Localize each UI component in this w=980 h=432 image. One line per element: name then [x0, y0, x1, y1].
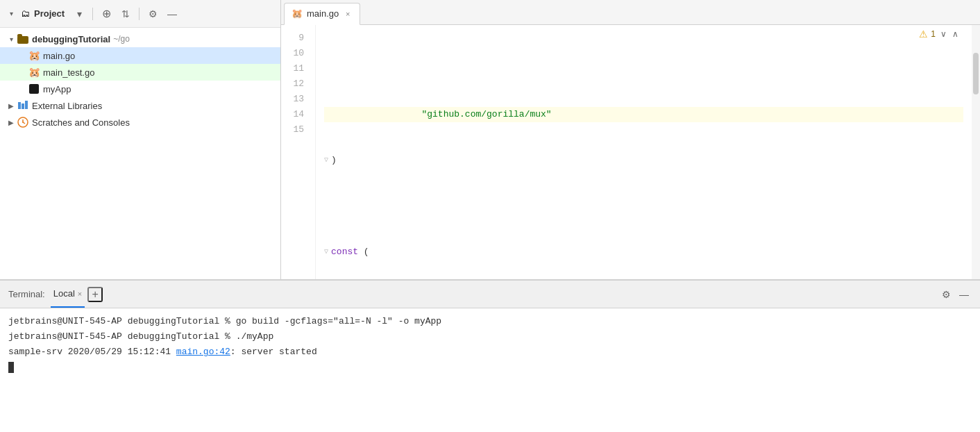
terminal-line-3-suffix: : server started [230, 347, 317, 357]
terminal-add-tab-button[interactable]: + [87, 287, 103, 302]
scrollbar-thumb[interactable] [973, 53, 979, 94]
sidebar-title: Project [34, 8, 65, 19]
code-line-10: "github.com/gorilla/mux" [324, 107, 963, 122]
terminal-link-main-go[interactable]: main.go:42 [176, 347, 230, 357]
file-tree: ▾ debuggingTutorial ~/go 🐹 main.go [0, 28, 280, 279]
import-string: "github.com/gorilla/mux" [421, 107, 551, 122]
project-icon: 🗂 [21, 8, 30, 19]
terminal-tabs-bar: Terminal: Local × + ⚙ — [0, 281, 980, 308]
line-num-13: 13 [281, 92, 310, 107]
warning-icon: ⚠ [919, 28, 928, 40]
ext-libs-arrow: ▶ [6, 102, 17, 110]
code-line-12 [324, 199, 963, 214]
line-num-9: 9 [281, 31, 310, 46]
scratches-arrow: ▶ [6, 119, 17, 126]
main-test-go-icon: 🐹 [28, 66, 40, 78]
tab-close-button[interactable]: × [343, 9, 353, 19]
terminal-label: Terminal: [8, 289, 45, 299]
svg-rect-2 [18, 102, 21, 109]
svg-rect-4 [25, 101, 28, 109]
minimize-sidebar-button[interactable]: — [164, 6, 180, 22]
warning-nav-arrows: ∨ ∧ [938, 28, 961, 40]
terminal-tab-local[interactable]: Local × [51, 281, 85, 308]
svg-rect-3 [22, 103, 24, 109]
add-root-button[interactable]: ⊕ [99, 6, 114, 22]
code-line-13: ▽const ( [324, 244, 963, 260]
terminal-line-3: sample-srv 2020/05/29 15:12:41 main.go:4… [8, 344, 972, 360]
ext-libs-label: External Libraries [32, 101, 102, 111]
fold-icon-11[interactable]: ▽ [324, 153, 328, 168]
terminal-line-4 [8, 360, 972, 375]
folder-icon [17, 33, 29, 45]
warning-prev-arrow[interactable]: ∨ [938, 28, 949, 40]
closing-paren-11: ) [331, 153, 337, 168]
scratches-icon [17, 116, 29, 128]
editor-content: ⚠ 1 ∨ ∧ 9 10 11 12 13 14 15 [281, 25, 980, 279]
code-editor[interactable]: "github.com/gorilla/mux" ▽) ▽const ( rea… [316, 25, 972, 279]
warning-next-arrow[interactable]: ∧ [950, 28, 961, 40]
tree-item-main-go[interactable]: 🐹 main.go [0, 47, 280, 64]
line-numbers: 9 10 11 12 13 14 15 [281, 25, 316, 279]
ext-libs-icon [17, 99, 29, 112]
line-num-15: 15 [281, 122, 310, 138]
terminal-settings-button[interactable]: ⚙ [938, 287, 954, 302]
tree-item-scratches[interactable]: ▶ Scratches and Consoles [0, 114, 280, 131]
code-line-11: ▽) [324, 153, 963, 168]
root-expand-arrow: ▾ [6, 35, 17, 43]
toolbar-divider-2 [139, 8, 140, 20]
dropdown-arrow-button[interactable]: ▾ [71, 6, 87, 22]
terminal-line-1: jetbrains@UNIT-545-AP debuggingTutorial … [8, 314, 972, 329]
main-go-label: main.go [43, 51, 75, 61]
space-13: ( [358, 244, 369, 260]
tree-item-myapp[interactable]: myApp [0, 81, 280, 97]
terminal-line-2: jetbrains@UNIT-545-AP debuggingTutorial … [8, 329, 972, 344]
fold-icon-13[interactable]: ▽ [324, 244, 328, 260]
editor-area: 🐹 main.go × ⚠ 1 ∨ ∧ 9 10 11 12 [281, 0, 980, 279]
tab-label: main.go [307, 8, 339, 19]
line-num-10: 10 [281, 46, 310, 61]
tree-root-item[interactable]: ▾ debuggingTutorial ~/go [0, 31, 280, 47]
tab-icon: 🐹 [292, 8, 303, 19]
main-go-icon: 🐹 [28, 49, 40, 62]
sidebar-toolbar: ▾ 🗂 Project ▾ ⊕ ⇅ ⚙ — [0, 0, 280, 28]
editor-tabs-bar: 🐹 main.go × [281, 0, 980, 25]
myapp-icon [28, 83, 40, 95]
editor-tab-main-go[interactable]: 🐹 main.go × [284, 3, 360, 25]
sidebar: ▾ 🗂 Project ▾ ⊕ ⇅ ⚙ — ▾ debuggi [0, 0, 281, 279]
svg-point-8 [22, 122, 24, 123]
root-path: ~/go [113, 34, 130, 44]
scope-button[interactable]: ⇅ [118, 6, 133, 22]
line-num-12: 12 [281, 76, 310, 92]
main-test-go-label: main_test.go [43, 67, 94, 78]
code-line-9 [324, 61, 963, 76]
terminal-cursor [8, 362, 14, 373]
terminal-line-3-prefix: sample-srv 2020/05/29 15:12:41 [8, 347, 176, 357]
keyword-const: const [331, 244, 358, 260]
terminal-content[interactable]: jetbrains@UNIT-545-AP debuggingTutorial … [0, 308, 980, 432]
line-num-14: 14 [281, 107, 310, 122]
tree-item-main-test-go[interactable]: 🐹 main_test.go [0, 64, 280, 81]
warning-bar: ⚠ 1 ∨ ∧ [913, 25, 966, 43]
root-label: debuggingTutorial [32, 34, 110, 44]
terminal-area: Terminal: Local × + ⚙ — jetbrains@UNIT-5… [0, 279, 980, 432]
terminal-tab-local-label: Local [53, 288, 75, 299]
toolbar-divider-1 [92, 8, 93, 20]
terminal-tab-close-button[interactable]: × [78, 290, 82, 298]
scratches-label: Scratches and Consoles [32, 117, 130, 128]
svg-rect-1 [17, 34, 22, 38]
terminal-minimize-button[interactable]: — [956, 287, 972, 302]
line-num-11: 11 [281, 61, 310, 76]
tree-item-external-libs[interactable]: ▶ External Libraries [0, 97, 280, 114]
project-expand-arrow[interactable]: ▾ [6, 10, 17, 17]
editor-scrollbar[interactable] [972, 25, 980, 279]
myapp-label: myApp [43, 84, 71, 94]
settings-button[interactable]: ⚙ [145, 6, 160, 22]
terminal-toolbar-right: ⚙ — [938, 287, 972, 302]
warning-count: 1 [931, 29, 936, 39]
